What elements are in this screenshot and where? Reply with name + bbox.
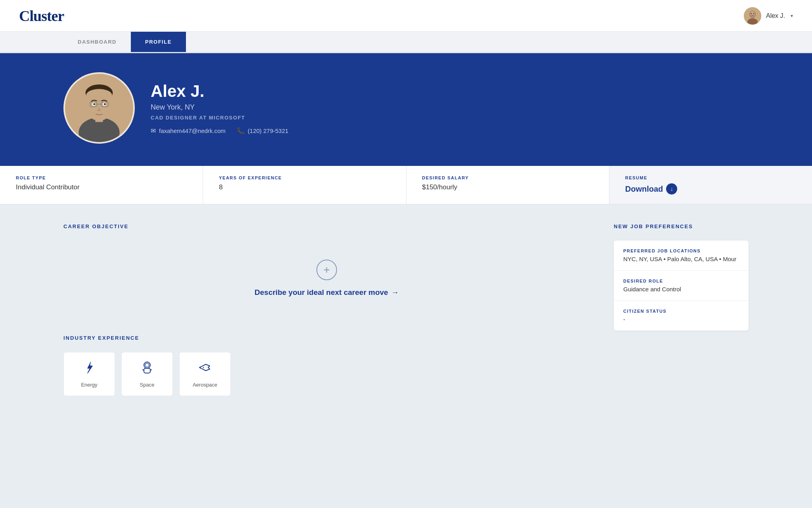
space-label: Space	[140, 382, 155, 388]
stat-experience-label: YEARS OF EXPERIENCE	[219, 175, 390, 180]
svg-point-21	[145, 363, 149, 367]
pref-locations: PREFERRED JOB LOCATIONS NYC, NY, USA • P…	[614, 241, 749, 271]
career-objective-area: + Describe your ideal next career move →	[63, 241, 590, 316]
stat-role-type-label: ROLE TYPE	[16, 175, 187, 180]
profile-contacts: ✉ faxahem447@nedrk.com 📞 (120) 279-5321	[151, 127, 288, 135]
email-icon: ✉	[151, 127, 156, 135]
right-column: NEW JOB PREFERENCES PREFERRED JOB LOCATI…	[614, 223, 749, 331]
preferences-panel: PREFERRED JOB LOCATIONS NYC, NY, USA • P…	[614, 241, 749, 331]
tab-profile[interactable]: PROFILE	[131, 32, 186, 52]
resume-download-link[interactable]: Download ↓	[625, 183, 796, 194]
space-icon	[140, 360, 154, 378]
svg-point-3	[750, 11, 755, 17]
header: Cluster Alex J. ▾	[0, 0, 812, 32]
svg-point-4	[751, 13, 752, 13]
stats-bar: ROLE TYPE Individual Contributor YEARS O…	[0, 166, 812, 204]
add-circle-button[interactable]: +	[316, 260, 337, 280]
phone-contact: 📞 (120) 279-5321	[237, 127, 289, 135]
logo: Cluster	[19, 7, 64, 25]
career-objective-title: CAREER OBJECTIVE	[63, 223, 590, 229]
stat-salary-label: DESIRED SALARY	[422, 175, 593, 180]
profile-avatar	[63, 72, 135, 144]
arrow-right-icon: →	[391, 288, 399, 297]
main-content: CAREER OBJECTIVE + Describe your ideal n…	[0, 204, 812, 415]
email-contact: ✉ faxahem447@nedrk.com	[151, 127, 226, 135]
download-text: Download	[625, 185, 663, 194]
pref-citizen-status-label: CITIZEN STATUS	[623, 309, 739, 314]
email-value: faxahem447@nedrk.com	[159, 127, 226, 134]
pref-locations-label: PREFERRED JOB LOCATIONS	[623, 248, 739, 253]
profile-info: Alex J. New York, NY CAD DESIGNER AT MIC…	[151, 82, 288, 135]
industry-card-energy: Energy	[63, 352, 115, 396]
cta-text: Describe your ideal next career move	[255, 288, 388, 297]
svg-point-17	[110, 101, 115, 109]
svg-point-15	[104, 103, 106, 105]
career-objective-section: CAREER OBJECTIVE + Describe your ideal n…	[63, 223, 590, 316]
profile-name: Alex J.	[151, 82, 288, 101]
industry-card-space: Space	[121, 352, 173, 396]
aerospace-icon	[198, 360, 212, 378]
stat-role-type-value: Individual Contributor	[16, 183, 187, 191]
profile-banner: Alex J. New York, NY CAD DESIGNER AT MIC…	[0, 53, 812, 166]
stat-salary: DESIRED SALARY $150/hourly	[406, 166, 609, 204]
aerospace-label: Aerospace	[193, 382, 217, 388]
svg-point-11	[86, 89, 112, 101]
career-objective-cta[interactable]: Describe your ideal next career move →	[255, 288, 399, 297]
phone-value: (120) 279-5321	[248, 127, 289, 134]
user-avatar-small	[744, 7, 761, 25]
nav-tabs: DASHBOARD PROFILE	[0, 32, 812, 53]
pref-citizen-status: CITIZEN STATUS -	[614, 301, 749, 331]
user-menu[interactable]: Alex J. ▾	[744, 7, 793, 25]
stat-experience-value: 8	[219, 183, 390, 191]
pref-locations-value: NYC, NY, USA • Palo Alto, CA, USA • Mour	[623, 256, 739, 262]
profile-location: New York, NY	[151, 103, 288, 112]
svg-point-14	[93, 103, 95, 105]
svg-rect-22	[144, 368, 150, 373]
pref-desired-role-value: Guidance and Control	[623, 286, 739, 292]
pref-citizen-status-value: -	[623, 316, 739, 323]
chevron-down-icon: ▾	[791, 13, 793, 19]
pref-desired-role-label: DESIRED ROLE	[623, 279, 739, 283]
pref-desired-role: DESIRED ROLE Guidance and Control	[614, 271, 749, 301]
industry-cards: Energy Space	[63, 352, 590, 396]
user-name: Alex J.	[766, 12, 785, 19]
energy-label: Energy	[81, 382, 97, 388]
energy-icon	[82, 360, 96, 378]
stat-resume-label: RESUME	[625, 175, 796, 180]
left-column: CAREER OBJECTIVE + Describe your ideal n…	[63, 223, 614, 396]
stat-experience: YEARS OF EXPERIENCE 8	[203, 166, 406, 204]
industry-experience-title: INDUSTRY EXPERIENCE	[63, 335, 590, 341]
industry-card-aerospace: Aerospace	[179, 352, 231, 396]
phone-icon: 📞	[237, 127, 245, 135]
job-preferences-title: NEW JOB PREFERENCES	[614, 223, 749, 229]
tab-dashboard[interactable]: DASHBOARD	[63, 32, 131, 52]
download-icon: ↓	[666, 183, 677, 194]
profile-title: CAD DESIGNER AT MICROSOFT	[151, 115, 288, 121]
stat-role-type: ROLE TYPE Individual Contributor	[0, 166, 203, 204]
industry-experience-section: INDUSTRY EXPERIENCE Energy	[63, 335, 590, 396]
svg-point-5	[753, 13, 754, 13]
stat-salary-value: $150/hourly	[422, 183, 593, 191]
stat-resume: RESUME Download ↓	[609, 166, 812, 204]
svg-point-16	[83, 101, 88, 109]
